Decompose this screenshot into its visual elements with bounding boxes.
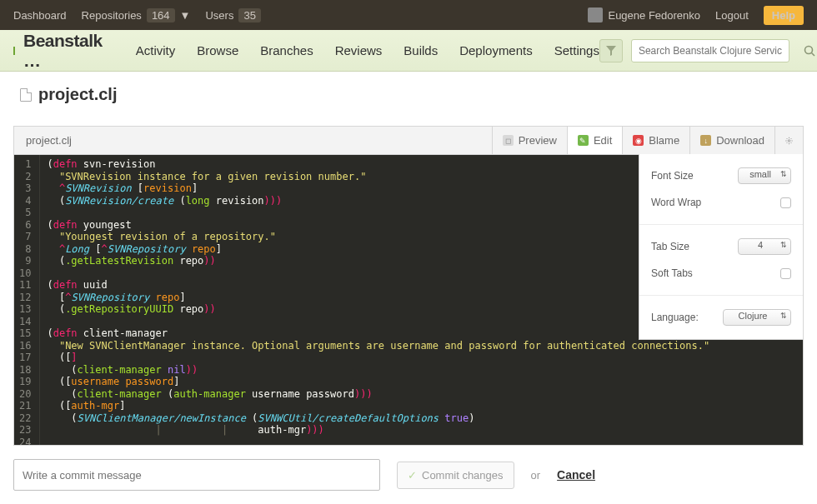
code-line[interactable]: "New SVNClientManager instance. Optional… [47, 340, 803, 352]
preview-icon: ◻ [503, 135, 514, 146]
breadcrumb: project.clj [0, 72, 817, 111]
tab-builds[interactable]: Builds [403, 43, 438, 57]
blame-button[interactable]: ◉Blame [622, 127, 689, 154]
search-input[interactable] [631, 39, 789, 62]
repo-bar: Beanstalk … Activity Browse Branches Rev… [0, 30, 817, 72]
avatar[interactable] [588, 7, 603, 22]
tab-deployments[interactable]: Deployments [459, 43, 533, 57]
svg-line-10 [791, 138, 792, 139]
soft-tabs-label: Soft Tabs [651, 267, 693, 279]
svg-line-1 [811, 52, 814, 56]
or-text: or [531, 469, 541, 482]
svg-line-9 [787, 142, 788, 143]
cancel-link[interactable]: Cancel [557, 468, 595, 482]
help-button[interactable]: Help [764, 6, 804, 25]
download-label: Download [716, 134, 764, 147]
code-line[interactable]: ([auth-mgr] [47, 400, 803, 412]
commit-button[interactable]: ✓Commit changes [397, 462, 514, 489]
tab-size-label: Tab Size [651, 241, 689, 252]
preview-button[interactable]: ◻Preview [492, 127, 567, 154]
top-bar: Dashboard Repositories 164 ▼ Users 35 Eu… [0, 0, 817, 30]
nav-users[interactable]: Users [205, 9, 233, 22]
code-line[interactable]: (client-manager (auth-manager username p… [47, 388, 803, 401]
code-line[interactable]: ([] [47, 352, 803, 364]
edit-icon: ✎ [578, 135, 589, 146]
commit-button-label: Commit changes [422, 469, 504, 482]
download-button[interactable]: ↓Download [689, 127, 774, 154]
code-line[interactable]: (client-manager nil)) [47, 364, 803, 377]
code-line[interactable]: | | auth-mgr))) [47, 424, 803, 437]
page-title: project.clj [38, 85, 117, 104]
language-select[interactable]: Clojure [723, 309, 791, 326]
user-name-link[interactable]: Eugene Fedorenko [608, 9, 700, 22]
funnel-icon [606, 46, 616, 56]
word-wrap-label: Word Wrap [651, 197, 701, 208]
user-count-badge: 35 [238, 8, 260, 22]
commit-bar: ✓Commit changes or Cancel [13, 459, 804, 491]
search-icon [804, 45, 815, 57]
soft-tabs-checkbox[interactable] [780, 268, 791, 279]
repo-nav: Activity Browse Branches Reviews Builds … [136, 43, 599, 57]
blame-icon: ◉ [633, 135, 644, 146]
tab-activity[interactable]: Activity [136, 43, 176, 57]
edit-button[interactable]: ✎Edit [567, 127, 622, 154]
tab-browse[interactable]: Browse [197, 43, 238, 57]
preview-label: Preview [519, 134, 557, 147]
code-line[interactable]: ([username password] [47, 376, 803, 388]
repo-count-badge: 164 [147, 8, 175, 22]
language-label: Language: [651, 312, 699, 323]
svg-point-0 [804, 46, 812, 53]
repo-color-dot [13, 47, 15, 55]
repo-name[interactable]: Beanstalk … [23, 31, 103, 71]
blame-label: Blame [649, 134, 679, 147]
code-line[interactable] [47, 437, 803, 446]
editor-settings-button[interactable] [774, 127, 803, 154]
check-icon: ✓ [408, 469, 417, 482]
file-path-crumb[interactable]: project.clj [14, 134, 83, 147]
editor-settings-panel: Font Size small Word Wrap Tab Size 4 Sof… [639, 154, 804, 340]
font-size-select[interactable]: small [738, 167, 791, 184]
tab-branches[interactable]: Branches [260, 43, 313, 57]
commit-message-input[interactable] [13, 459, 380, 491]
svg-line-7 [787, 138, 788, 139]
download-icon: ↓ [700, 135, 711, 146]
nav-repositories[interactable]: Repositories [82, 9, 142, 22]
search-button[interactable] [798, 39, 817, 62]
gear-icon [785, 135, 793, 147]
font-size-label: Font Size [651, 170, 694, 182]
tab-reviews[interactable]: Reviews [335, 43, 383, 57]
filter-button[interactable] [599, 39, 623, 62]
tab-size-select[interactable]: 4 [738, 238, 791, 255]
line-gutter: 123456789101112131415161718192021222324 [14, 155, 40, 445]
file-icon [20, 88, 32, 102]
chevron-down-icon[interactable]: ▼ [180, 9, 191, 22]
svg-line-8 [791, 142, 792, 143]
svg-point-2 [788, 139, 790, 142]
tab-settings[interactable]: Settings [554, 43, 599, 57]
code-line[interactable]: (SVNClientManager/newInstance (SVNWCUtil… [47, 412, 803, 425]
edit-label: Edit [594, 134, 612, 147]
logout-link[interactable]: Logout [715, 9, 749, 22]
word-wrap-checkbox[interactable] [780, 197, 791, 208]
nav-dashboard[interactable]: Dashboard [13, 9, 67, 22]
file-header: project.clj ◻Preview ✎Edit ◉Blame ↓Downl… [13, 126, 804, 154]
